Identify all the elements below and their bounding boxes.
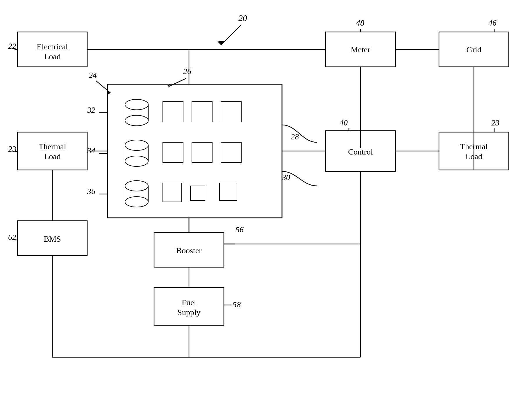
ref-32: 32 xyxy=(87,105,95,114)
ref-23-left: 23 xyxy=(8,144,16,153)
ref-23-right: 23 xyxy=(491,118,499,127)
ref-30: 30 xyxy=(282,173,290,182)
ref-34: 34 xyxy=(87,146,95,155)
ref26-line xyxy=(169,78,186,87)
bms-label: BMS xyxy=(44,234,61,243)
cell-r3c3 xyxy=(219,183,237,200)
cell-r1c1 xyxy=(163,102,183,122)
ref-46: 46 xyxy=(488,18,497,27)
curve-28 xyxy=(282,125,317,142)
cell-r3c2 xyxy=(190,186,205,200)
electrical-load-label: Electrical xyxy=(37,42,68,51)
electrical-load-label2: Load xyxy=(44,52,61,61)
ref-20: 20 xyxy=(238,13,247,23)
fuel-supply-label2: Supply xyxy=(177,308,200,317)
cell-r2c1 xyxy=(163,142,183,163)
meter-label: Meter xyxy=(351,45,371,54)
ref-26: 26 xyxy=(183,67,191,76)
cell-r1c3 xyxy=(221,102,241,122)
ref-48: 48 xyxy=(356,18,364,27)
ref-56: 56 xyxy=(235,225,244,234)
main-block xyxy=(108,84,282,218)
fuel-supply-label1: Fuel xyxy=(182,298,196,307)
ref-36: 36 xyxy=(87,187,95,196)
ref-28: 28 xyxy=(291,132,299,141)
grid-label: Grid xyxy=(466,45,481,54)
cell-r2c2 xyxy=(192,142,212,163)
cell-r1c2 xyxy=(192,102,212,122)
svg-point-3 xyxy=(125,115,148,126)
cell-r2c3 xyxy=(221,142,241,163)
svg-point-6 xyxy=(125,181,148,191)
diagram-container: 20 Electrical Load 22 Meter 48 Grid 46 2… xyxy=(0,0,532,395)
svg-point-2 xyxy=(125,99,148,110)
svg-point-4 xyxy=(125,140,148,150)
ref-58: 58 xyxy=(233,300,241,309)
schematic-diagram: 20 Electrical Load 22 Meter 48 Grid 46 2… xyxy=(0,0,532,395)
thermal-load-left-label1: Thermal xyxy=(39,142,66,151)
ref-40: 40 xyxy=(340,118,348,127)
cell-r3c1 xyxy=(163,183,182,202)
booster-label: Booster xyxy=(176,246,202,255)
svg-line-0 xyxy=(221,25,241,45)
svg-point-7 xyxy=(125,197,148,207)
ref-24: 24 xyxy=(89,71,97,80)
svg-point-5 xyxy=(125,156,148,166)
control-label: Control xyxy=(348,147,373,156)
thermal-load-left-label2: Load xyxy=(44,152,61,161)
ref-62: 62 xyxy=(8,233,16,242)
